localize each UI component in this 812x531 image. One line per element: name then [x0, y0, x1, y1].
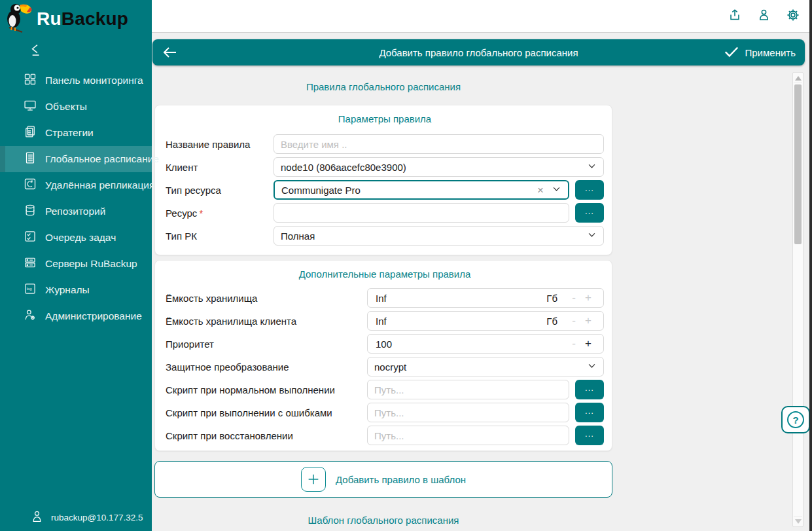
- export-button[interactable]: [728, 8, 742, 25]
- log-icon: log: [24, 282, 37, 298]
- backup-type-select[interactable]: Полная: [274, 226, 604, 246]
- script-restore-label: Скрипт при восстановлении: [166, 430, 367, 441]
- resource-type-browse-button[interactable]: ...: [575, 180, 604, 200]
- resource-type-value: Communigate Pro: [281, 185, 537, 196]
- script-restore-browse-button[interactable]: ...: [575, 426, 604, 445]
- help-button[interactable]: ?: [781, 406, 810, 433]
- back-button[interactable]: [162, 46, 177, 59]
- sidebar-item-servers[interactable]: Серверы RuBackup: [0, 251, 152, 277]
- resource-type-row: Тип ресурса Communigate Pro × ...: [166, 180, 604, 200]
- storage-capacity-label: Ёмкость хранилища: [166, 293, 367, 304]
- client-value: node10 (806aacefc80e3900): [281, 162, 587, 173]
- app-logo: RuBackup: [0, 1, 152, 37]
- replication-icon: [24, 177, 37, 193]
- card-title: Параметры правила: [166, 113, 604, 125]
- resource-type-combobox[interactable]: Communigate Pro ×: [274, 180, 569, 200]
- sidebar-item-label: Объекты: [45, 101, 87, 113]
- sidebar-item-label: Серверы RuBackup: [45, 258, 137, 270]
- toucan-logo-icon: [3, 1, 34, 37]
- apply-button[interactable]: Применить: [724, 45, 796, 60]
- increment-button[interactable]: +: [581, 337, 595, 350]
- chevron-down-icon: [587, 361, 597, 373]
- chevron-down-icon: [552, 184, 561, 196]
- database-icon: [24, 204, 37, 219]
- script-restore-input[interactable]: [367, 426, 569, 445]
- script-ok-input[interactable]: [367, 380, 569, 399]
- client-storage-capacity-value[interactable]: Inf: [376, 316, 546, 327]
- scrollbar-thumb[interactable]: [794, 84, 802, 244]
- script-error-input[interactable]: [367, 403, 569, 422]
- template-section-title: Шаблон глобального расписания: [154, 515, 612, 526]
- decrement-button[interactable]: -: [567, 291, 581, 304]
- add-rule-to-template-button[interactable]: Добавить правило в шаблон: [154, 461, 612, 498]
- sidebar-item-dashboard[interactable]: Панель мониторинга: [0, 67, 152, 94]
- vertical-scrollbar[interactable]: [792, 72, 803, 527]
- extra-params-card: Дополнительные параметры правила Ёмкость…: [154, 260, 612, 451]
- section-title: Правила глобального расписания: [154, 81, 612, 93]
- decrement-button[interactable]: -: [567, 314, 581, 327]
- page-header: Добавить правило глобального расписания …: [152, 39, 805, 65]
- checkmark-icon: [724, 45, 739, 60]
- settings-button[interactable]: [786, 8, 800, 25]
- scroll-down-button[interactable]: [794, 516, 802, 526]
- script-ok-browse-button[interactable]: ...: [575, 380, 604, 399]
- plus-icon: [301, 467, 326, 492]
- decrement-button[interactable]: -: [567, 337, 581, 350]
- sidebar-item-strategies[interactable]: Стратегии: [0, 120, 152, 146]
- servers-icon: [24, 256, 37, 272]
- script-error-label: Скрипт при выполнении с ошибками: [166, 407, 367, 418]
- scroll-up-button[interactable]: [794, 73, 802, 83]
- priority-stepper: 100 - +: [367, 334, 604, 354]
- rule-name-input[interactable]: [274, 134, 604, 154]
- sidebar-item-global-schedule[interactable]: Глобальное расписание: [0, 146, 152, 172]
- storage-capacity-value[interactable]: Inf: [376, 293, 546, 304]
- sidebar-item-label: Администрирование: [45, 310, 142, 322]
- rule-name-label: Название правила: [166, 139, 274, 150]
- resource-browse-button[interactable]: ...: [575, 203, 604, 223]
- required-mark: *: [199, 208, 203, 219]
- window-right-edge: [809, 0, 812, 531]
- clear-icon[interactable]: ×: [537, 185, 544, 196]
- sidebar-collapse-button[interactable]: [0, 43, 152, 60]
- increment-button[interactable]: +: [581, 291, 595, 304]
- brand-name: RuBackup: [37, 9, 128, 29]
- sidebar-item-label: Глобальное расписание: [45, 153, 159, 165]
- unit-label: Гб: [546, 316, 557, 327]
- priority-value[interactable]: 100: [376, 339, 567, 350]
- sidebar-item-label: Стратегии: [45, 127, 94, 139]
- sidebar-item-logs[interactable]: log Журналы: [0, 277, 152, 303]
- client-select[interactable]: node10 (806aacefc80e3900): [274, 157, 604, 177]
- sidebar-item-label: Удалённая репликация: [45, 179, 154, 191]
- page-title: Добавить правило глобального расписания: [152, 47, 805, 58]
- rule-form: Правила глобального расписания Параметры…: [154, 81, 612, 526]
- resource-label: Ресурс*: [166, 208, 274, 219]
- resource-row: Ресурс* ...: [166, 203, 604, 223]
- sidebar-item-task-queue[interactable]: Очередь задач: [0, 225, 152, 251]
- backup-type-label: Тип РК: [166, 230, 274, 242]
- resource-type-label: Тип ресурса: [166, 185, 274, 196]
- increment-button[interactable]: +: [581, 314, 595, 327]
- sidebar-item-administration[interactable]: Администрирование: [0, 303, 152, 329]
- apply-label: Применить: [745, 47, 796, 58]
- crypto-label: Защитное преобразование: [166, 361, 367, 373]
- resource-input[interactable]: [274, 203, 569, 223]
- client-storage-capacity-row: Ёмкость хранилища клиента Inf Гб - +: [166, 311, 604, 331]
- chevron-down-icon: [587, 230, 597, 242]
- sidebar-item-repository[interactable]: Репозиторий: [0, 198, 152, 225]
- user-icon: [31, 510, 43, 524]
- monitor-icon: [24, 99, 37, 115]
- script-error-browse-button[interactable]: ...: [575, 403, 604, 422]
- user-address: rubackup@10.177.32.5: [51, 513, 143, 522]
- script-restore-row: Скрипт при восстановлении ...: [166, 426, 604, 445]
- priority-row: Приоритет 100 - +: [166, 334, 604, 354]
- crypto-select[interactable]: nocrypt: [367, 357, 604, 376]
- main-area: Добавить правило глобального расписания …: [152, 0, 812, 531]
- add-rule-to-template-label: Добавить правило в шаблон: [336, 474, 466, 485]
- profile-button[interactable]: [757, 8, 771, 24]
- rule-params-card: Параметры правила Название правила Клиен…: [154, 105, 612, 255]
- client-row: Клиент node10 (806aacefc80e3900): [166, 157, 604, 177]
- sidebar-item-objects[interactable]: Объекты: [0, 94, 152, 120]
- sidebar: RuBackup Панель мониторинга: [0, 0, 152, 531]
- task-checklist-icon: [24, 230, 37, 246]
- sidebar-item-remote-replication[interactable]: Удалённая репликация: [0, 172, 152, 198]
